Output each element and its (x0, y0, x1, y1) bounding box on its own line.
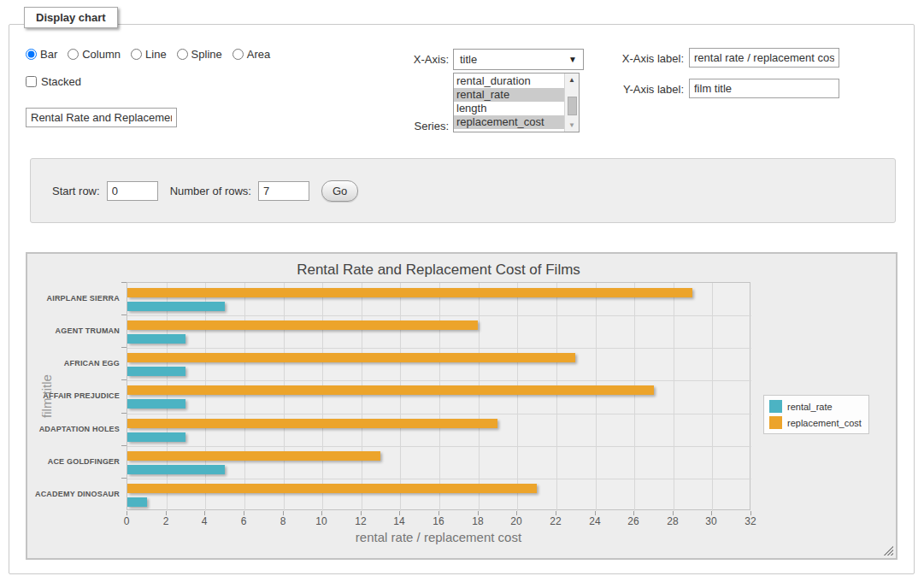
x-tick-label: 6 (231, 515, 256, 527)
gridline-vertical (322, 283, 323, 511)
radio-input-line[interactable] (131, 49, 142, 60)
y-axis-label-input[interactable] (689, 79, 839, 98)
x-axis-select[interactable]: title ▼ (453, 49, 584, 70)
y-axis-title: film title (39, 337, 54, 456)
series-option-rental_duration[interactable]: rental_duration (454, 74, 564, 88)
chart-plot-area (127, 282, 750, 510)
chevron-down-icon: ▼ (568, 55, 577, 64)
gridline-vertical (244, 283, 245, 511)
scrollbar-thumb[interactable] (568, 97, 577, 115)
bar-rental_rate (127, 465, 225, 474)
gridline-vertical (517, 283, 518, 511)
category-label: ACE GOLDFINGER (27, 457, 120, 466)
legend-row-replacement_cost: replacement_cost (769, 416, 862, 429)
stacked-checkbox-row: Stacked (26, 75, 81, 88)
gridline-horizontal (127, 315, 751, 316)
bar-replacement_cost (127, 419, 497, 428)
bar-rental_rate (127, 432, 185, 442)
radio-input-area[interactable] (232, 49, 244, 60)
gridline-vertical (362, 283, 362, 511)
radio-input-bar[interactable] (26, 49, 37, 60)
start-row-input[interactable] (107, 181, 158, 201)
gridline-vertical (712, 283, 713, 511)
legend-label: rental_rate (787, 402, 833, 412)
gridline-horizontal (127, 414, 751, 414)
bar-rental_rate (127, 334, 185, 344)
chart-container: Rental Rate and Replacement Cost of Film… (26, 252, 898, 560)
gridline-vertical (439, 283, 440, 511)
radio-bar[interactable]: Bar (26, 48, 57, 61)
x-tick-label: 4 (191, 515, 217, 527)
x-tick-label: 32 (738, 515, 763, 527)
radio-line[interactable]: Line (131, 48, 167, 61)
number-of-rows-input[interactable] (258, 181, 309, 201)
y-axis-label-label: Y-Axis label: (611, 83, 684, 96)
gridline-vertical (479, 283, 480, 511)
gridline-vertical (400, 283, 401, 511)
x-tick-label: 16 (426, 515, 451, 527)
x-axis-title: rental rate / replacement cost (127, 530, 750, 544)
x-tick-label: 10 (309, 515, 334, 527)
y-tick-mark (121, 478, 127, 479)
bar-rental_rate (127, 302, 225, 311)
gridline-horizontal (127, 348, 751, 349)
legend-row-rental_rate: rental_rate (769, 400, 862, 413)
radio-input-column[interactable] (68, 49, 79, 60)
series-listbox-label: Series: (381, 120, 449, 132)
bar-rental_rate (127, 367, 185, 376)
series-option-replacement_cost[interactable]: replacement_cost (454, 115, 564, 129)
chart-title: Rental Rate and Replacement Cost of Film… (127, 262, 750, 279)
radio-label: Column (82, 48, 121, 61)
gridline-horizontal (127, 380, 751, 381)
legend-swatch-rental_rate (769, 400, 782, 413)
x-tick-label: 28 (660, 515, 686, 527)
gridline-vertical (167, 283, 168, 511)
y-tick-mark (121, 315, 127, 315)
listbox-scrollbar[interactable]: ▲ ▼ (564, 73, 579, 132)
fieldset-legend: Display chart (24, 7, 118, 28)
scroll-up-icon[interactable]: ▲ (565, 73, 580, 86)
radio-spline[interactable]: Spline (177, 48, 222, 61)
series-options: rental_durationrental_ratelengthreplacem… (454, 73, 564, 132)
radio-column[interactable]: Column (68, 48, 121, 61)
x-tick-label: 14 (386, 515, 412, 527)
x-axis-label-label: X-Axis label: (611, 52, 684, 65)
series-option-rental_rate[interactable]: rental_rate (454, 88, 564, 102)
x-tick-label: 26 (621, 515, 646, 527)
x-tick-label: 30 (698, 515, 724, 527)
bar-replacement_cost (127, 484, 537, 493)
resize-handle-icon[interactable] (884, 546, 893, 556)
series-option-length[interactable]: length (454, 102, 564, 115)
bar-rental_rate (127, 399, 185, 409)
x-tick-label: 0 (114, 515, 139, 527)
y-tick-mark (121, 445, 127, 446)
x-tick-label: 2 (153, 515, 179, 527)
x-axis-selected-value: title (460, 53, 477, 66)
legend-swatch-replacement_cost (769, 416, 782, 429)
radio-label: Spline (191, 48, 222, 61)
category-label: ACADEMY DINOSAUR (27, 490, 120, 498)
y-tick-mark (121, 347, 127, 348)
radio-area[interactable]: Area (232, 48, 270, 61)
category-label: AGENT TRUMAN (27, 326, 120, 335)
scroll-down-icon[interactable]: ▼ (565, 119, 580, 132)
series-listbox[interactable]: rental_durationrental_ratelengthreplacem… (453, 73, 580, 132)
x-axis-label-input[interactable] (689, 48, 839, 68)
stacked-label: Stacked (41, 75, 81, 88)
gridline-vertical (205, 283, 206, 511)
bar-replacement_cost (127, 385, 654, 395)
row-range-panel: Start row: Number of rows: Go (30, 158, 896, 223)
legend-label: replacement_cost (787, 418, 862, 428)
go-button[interactable]: Go (321, 180, 358, 202)
gridline-vertical (556, 283, 557, 511)
bar-replacement_cost (127, 320, 478, 330)
y-tick-mark (121, 379, 127, 380)
radio-input-spline[interactable] (177, 49, 188, 60)
chart-title-input[interactable] (26, 108, 177, 127)
start-row-label: Start row: (52, 185, 100, 197)
y-tick-mark (121, 413, 127, 414)
x-tick-label: 18 (465, 515, 491, 527)
stacked-checkbox[interactable] (26, 76, 37, 87)
y-tick-mark (121, 282, 127, 283)
x-axis-select-label: X-Axis: (381, 53, 449, 66)
